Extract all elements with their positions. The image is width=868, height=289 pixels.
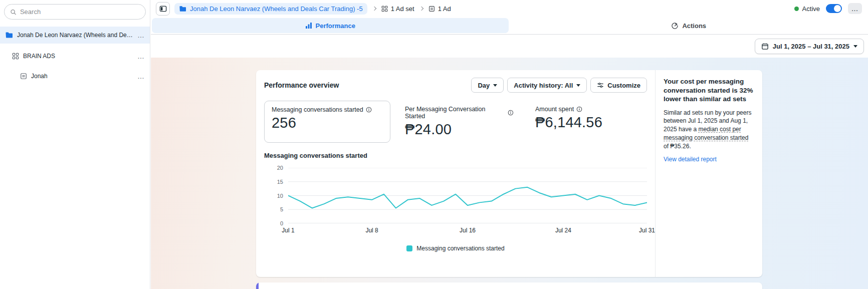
active-toggle[interactable] (826, 4, 842, 13)
folder-icon (179, 5, 186, 13)
chart-title: Messaging conversations started (264, 152, 647, 159)
status-label: Active (802, 5, 820, 13)
more-options-button[interactable]: … (848, 3, 862, 14)
caret-down-icon (576, 84, 580, 87)
metric-value: ₱24.00 (405, 121, 514, 138)
legend-swatch (406, 245, 412, 251)
tab-actions[interactable]: Actions (511, 18, 867, 33)
chart-y-axis: 05101520 (264, 168, 288, 223)
sidebar-item-campaign[interactable]: Jonah De Leon Narvaez (Wheels and Dea...… (0, 27, 150, 44)
caret-down-icon (853, 45, 857, 48)
breadcrumb-adset[interactable]: 1 Ad set (381, 5, 414, 13)
actions-icon (671, 22, 679, 30)
next-section-card (256, 282, 762, 289)
collapse-sidebar-button[interactable] (156, 2, 170, 16)
activity-history-label: Activity history: All (514, 82, 573, 89)
sidebar-ad-label: Jonah (31, 73, 133, 80)
metrics-row: Messaging conversations started 256 Per … (264, 101, 647, 143)
bar-chart-icon (305, 22, 312, 29)
card-title: Performance overview (264, 81, 339, 89)
chevron-right-icon (372, 7, 376, 11)
info-icon[interactable] (508, 110, 514, 116)
active-status-dot (794, 7, 799, 11)
tab-bar: Performance Actions (151, 17, 868, 35)
folder-icon (5, 31, 13, 39)
topbar-right-cluster: Active … (794, 3, 863, 14)
view-detailed-report-link[interactable]: View detailed report (664, 156, 717, 163)
sidebar-adset-label: BRAIN ADS (23, 53, 133, 60)
delivery-status: Active (794, 5, 820, 13)
sidebar-campaign-label: Jonah De Leon Narvaez (Wheels and Dea... (17, 32, 133, 39)
grid-icon (12, 53, 19, 60)
metric-messaging-conversations-started[interactable]: Messaging conversations started 256 (264, 101, 390, 143)
toggle-knob (834, 5, 841, 12)
chart-controls: Day Activity history: All Customize (471, 78, 647, 93)
breadcrumb-adset-label: 1 Ad set (391, 5, 414, 13)
breadcrumb-campaign[interactable]: Jonah De Leon Narvaez (Wheels and Deals … (174, 3, 367, 15)
metric-label: Per Messaging Conversation Started (405, 106, 505, 120)
metric-label: Messaging conversations started (272, 106, 363, 113)
search-box[interactable] (4, 4, 146, 20)
metric-value: ₱6,144.56 (535, 114, 644, 131)
insight-body: Similar ad sets run by your peers betwee… (664, 109, 754, 151)
ads-manager-window: Jonah De Leon Narvaez (Wheels and Dea...… (0, 0, 868, 289)
insight-title: Your cost per messaging conversation sta… (664, 77, 754, 104)
tab-actions-label: Actions (682, 22, 706, 30)
ad-icon (20, 73, 27, 80)
sidebar-item-adset[interactable]: BRAIN ADS … (0, 49, 150, 64)
customize-label: Customize (607, 82, 640, 89)
more-options-icon[interactable]: … (137, 53, 145, 60)
sidebar: Jonah De Leon Narvaez (Wheels and Dea...… (0, 0, 150, 289)
line-chart (288, 168, 647, 223)
grid-icon (381, 6, 388, 12)
insight-panel: Your cost per messaging conversation sta… (655, 70, 762, 277)
metric-value: 256 (272, 115, 383, 131)
top-bar: Jonah De Leon Narvaez (Wheels and Deals … (151, 0, 868, 17)
chart-plot (288, 168, 647, 223)
caret-down-icon (493, 84, 497, 87)
date-row: Jul 1, 2025 – Jul 31, 2025 (151, 35, 868, 58)
chart-legend: Messaging conversations started (264, 245, 647, 252)
tab-performance[interactable]: Performance (152, 18, 509, 33)
chart-x-axis: Jul 1Jul 8Jul 16Jul 24Jul 31 (288, 227, 647, 237)
more-options-icon[interactable]: … (137, 32, 145, 39)
metric-amount-spent[interactable]: Amount spent ₱6,144.56 (528, 101, 651, 143)
chevron-right-icon (419, 7, 423, 11)
metric-label: Amount spent (535, 106, 574, 113)
sliders-icon (597, 82, 604, 89)
line-chart-area: 05101520 Jul 1Jul 8Jul 16Jul 24Jul 31 (264, 168, 647, 237)
ad-icon (428, 6, 435, 12)
legend-label: Messaging conversations started (416, 245, 504, 252)
sidebar-item-ad[interactable]: Jonah … (0, 69, 150, 84)
overview-chart-panel: Performance overview Day Activity histor… (256, 70, 655, 277)
metric-cost-per-conversation[interactable]: Per Messaging Conversation Started ₱24.0… (398, 101, 521, 143)
activity-history-dropdown[interactable]: Activity history: All (507, 78, 587, 93)
tab-performance-label: Performance (316, 22, 355, 30)
granularity-dropdown[interactable]: Day (471, 78, 504, 93)
breadcrumb-campaign-label: Jonah De Leon Narvaez (Wheels and Deals … (190, 5, 363, 13)
performance-overview-card: Performance overview Day Activity histor… (256, 70, 762, 277)
search-icon (10, 9, 17, 16)
more-options-icon[interactable]: … (137, 73, 145, 80)
calendar-icon (761, 43, 769, 50)
breadcrumb-ad[interactable]: 1 Ad (428, 5, 451, 13)
info-icon[interactable] (366, 107, 372, 113)
breadcrumb-ad-label: 1 Ad (438, 5, 451, 13)
customize-button[interactable]: Customize (590, 78, 647, 93)
main-content: Jul 1, 2025 – Jul 31, 2025 Performance o… (151, 35, 868, 289)
sidebar-toggle-icon (159, 5, 167, 13)
info-icon[interactable] (576, 106, 582, 112)
date-range-picker[interactable]: Jul 1, 2025 – Jul 31, 2025 (755, 39, 864, 54)
granularity-label: Day (478, 82, 490, 89)
date-range-label: Jul 1, 2025 – Jul 31, 2025 (773, 43, 849, 50)
insight-body-suffix: of ₱35.26. (664, 143, 691, 150)
search-input[interactable] (20, 8, 140, 16)
